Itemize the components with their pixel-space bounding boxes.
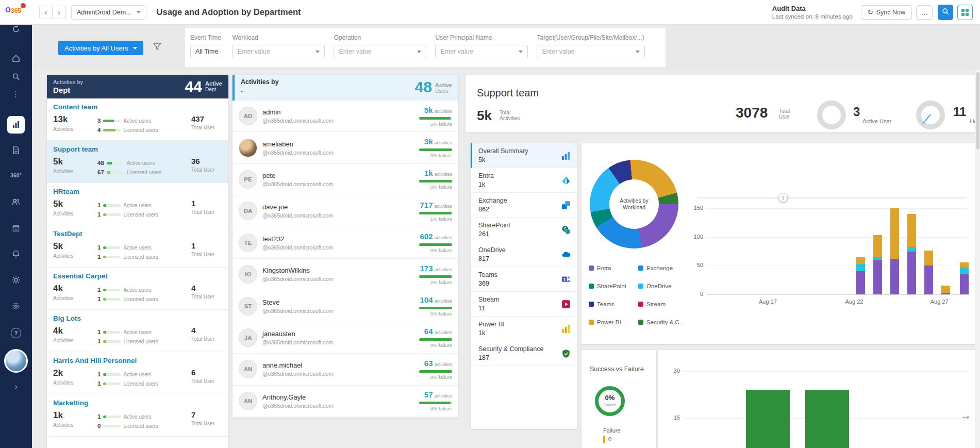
department-row[interactable]: TestDept 5k Activities 1 Active users 1 … <box>47 225 228 268</box>
user-name: dave.joe <box>262 203 389 211</box>
legend-color-swatch <box>589 284 594 289</box>
x-axis-label: Aug 17 <box>759 298 777 305</box>
department-name[interactable]: Content team <box>53 103 222 111</box>
department-detail-header: Support team 5k TotalActivities 3078 Tot… <box>466 75 975 132</box>
workload-row[interactable]: Exchange 862 <box>471 193 577 218</box>
more-options-button[interactable]: … <box>916 5 933 20</box>
user-row[interactable]: DA dave.joe @o365droid.onmicrosoft.com 7… <box>232 195 458 227</box>
legend-item[interactable]: Entra <box>589 265 636 271</box>
legend-item[interactable]: Exchange <box>638 265 686 271</box>
analytics-icon[interactable] <box>7 116 25 134</box>
home-icon[interactable] <box>11 54 21 63</box>
user-row[interactable]: AM ameliaben @o365droid.onmicrosoft.com … <box>232 132 458 163</box>
workload-row[interactable]: Entra 1k <box>471 168 577 193</box>
legend-label: Entra <box>597 265 611 271</box>
workload-row[interactable]: Teams 369 T <box>471 267 577 292</box>
activities-by-workload-donut[interactable]: Activities by Workload <box>590 160 678 248</box>
reports-icon[interactable] <box>12 146 21 155</box>
export-box-icon[interactable] <box>12 224 21 233</box>
legend-item[interactable]: Security & C... <box>638 319 686 325</box>
filter-field-input[interactable]: Enter value <box>334 45 426 58</box>
legend-item[interactable]: SharePoint <box>589 283 636 289</box>
legend-color-swatch <box>638 266 643 271</box>
user-row[interactable]: AD admin @o365droid.onmicrosoft.com 5kac… <box>232 101 458 132</box>
user-row[interactable]: KI KingstonWilkins @o365droid.onmicrosof… <box>232 259 458 290</box>
workload-row[interactable]: Power BI 1k <box>471 317 577 341</box>
department-row[interactable]: Harris And Hill Personnel 2k Activities … <box>47 352 228 394</box>
legend-item[interactable]: Teams <box>589 301 636 307</box>
filter-field-input[interactable]: Enter value <box>232 45 325 58</box>
gear-icon[interactable] <box>11 275 21 285</box>
workload-row[interactable]: Stream 11 <box>471 292 577 317</box>
dept-activities-value: 2k <box>53 368 97 378</box>
department-row[interactable]: Big Lots 4k Activities 1 Active users 1 … <box>47 310 228 352</box>
user-email: @o365droid.onmicrosoft.com <box>262 150 389 156</box>
more-vertical-icon[interactable]: ⋮ <box>12 90 20 99</box>
people-icon[interactable] <box>11 197 21 207</box>
search-icon[interactable] <box>12 72 21 81</box>
filter-field-input[interactable]: All Time <box>190 45 223 58</box>
department-row[interactable]: Content team 13k Activities 3 Active use… <box>47 98 228 141</box>
next-page-arrow-button[interactable]: → <box>958 407 973 423</box>
department-name[interactable]: Harris And Hill Personnel <box>53 357 222 364</box>
dept-active-users-label: Active users <box>123 287 151 293</box>
360-view-icon[interactable]: 360° <box>10 173 22 178</box>
department-name[interactable]: HRteam <box>53 188 222 195</box>
stacked-bar-power-bi <box>924 251 933 266</box>
refresh-icon[interactable] <box>12 25 21 34</box>
failure-gauge[interactable]: 0%Failure <box>595 386 625 416</box>
department-name[interactable]: Marketting <box>53 399 222 407</box>
legend-item[interactable]: OneDrive <box>638 283 686 289</box>
workload-row[interactable]: Overall Summary 5k <box>471 143 577 168</box>
user-row[interactable]: AN Anthony.Gayle @o365droid.onmicrosoft.… <box>232 386 458 417</box>
filter-field-label: Workload <box>232 34 325 41</box>
user-row[interactable]: TE test232 @o365droid.onmicrosoft.com 60… <box>232 227 458 259</box>
page-scrollbar[interactable] <box>975 70 980 448</box>
workload-row[interactable]: Security & Compliance 187 <box>471 341 577 366</box>
users-panel-header: Activities by - 48 ActiveUsers <box>232 75 458 101</box>
legend-item[interactable]: Stream <box>638 301 686 307</box>
range-slider-handle[interactable]: ∥ <box>778 193 788 203</box>
user-row[interactable]: PE pete @o365droid.onmicrosoft.com 1kact… <box>232 164 458 195</box>
view-toggle-button[interactable] <box>957 5 973 20</box>
department-name[interactable]: Support team <box>53 145 222 153</box>
user-activity-count: 602activities <box>420 232 452 241</box>
global-search-button[interactable] <box>938 5 953 20</box>
settings-cog-icon[interactable] <box>11 302 21 311</box>
tenant-selector[interactable]: AdminDroid Dem... <box>71 5 146 20</box>
chevron-down-icon <box>133 47 137 49</box>
chart-range-slider[interactable]: ∥ <box>697 197 967 198</box>
scope-dropdown-button[interactable]: Activities by All Users <box>58 41 143 55</box>
filter-field-input[interactable]: Enter value <box>537 45 645 58</box>
filter-funnel-icon[interactable] <box>153 42 162 53</box>
filter-field-input[interactable]: Enter value <box>435 45 528 58</box>
department-row[interactable]: Essential Carpet 4k Activities 1 Active … <box>47 268 228 310</box>
department-name[interactable]: Big Lots <box>53 314 222 322</box>
user-row[interactable]: AN anne.michael @o365droid.onmicrosoft.c… <box>232 354 458 385</box>
user-row[interactable]: JA janeausten @o365droid.onmicrosoft.com… <box>232 322 458 354</box>
legend-item[interactable]: Power BI <box>589 319 636 325</box>
help-icon[interactable]: ? <box>11 328 21 338</box>
workload-row[interactable]: SharePoint 261 S <box>471 218 577 242</box>
stacked-bar-entra <box>890 259 899 294</box>
user-email: @o365droid.onmicrosoft.com <box>262 118 389 124</box>
department-row[interactable]: Marketting 1k Activities 1 Active users … <box>47 394 228 437</box>
dept-total-user-value: 437 <box>191 114 222 123</box>
workload-row[interactable]: OneDrive 817 <box>471 242 577 267</box>
daily-success-chart-card: 3015 <box>658 350 975 448</box>
department-name[interactable]: Essential Carpet <box>53 272 222 280</box>
bell-icon[interactable] <box>12 250 21 258</box>
department-name[interactable]: TestDept <box>53 230 222 238</box>
y-axis-label: 30 <box>667 368 680 374</box>
failure-gauge-center: 0%Failure <box>604 395 616 408</box>
user-avatar[interactable] <box>4 349 28 373</box>
department-row[interactable]: HRteam 5k Activities 1 Active users 1 Li… <box>47 183 228 225</box>
back-button[interactable]: ‹ <box>39 6 53 19</box>
app-logo[interactable]: o 365 <box>5 4 21 15</box>
sidebar-expand-chevron[interactable]: › <box>14 381 18 392</box>
user-row[interactable]: ST Steve @o365droid.onmicrosoft.com 104a… <box>232 290 458 322</box>
scrollbar-thumb[interactable] <box>976 72 979 150</box>
forward-button[interactable]: › <box>53 6 66 19</box>
sync-now-button[interactable]: ↻ Sync Now <box>861 5 912 20</box>
department-row[interactable]: Support team 5k Activities 48 Active use… <box>47 141 228 183</box>
